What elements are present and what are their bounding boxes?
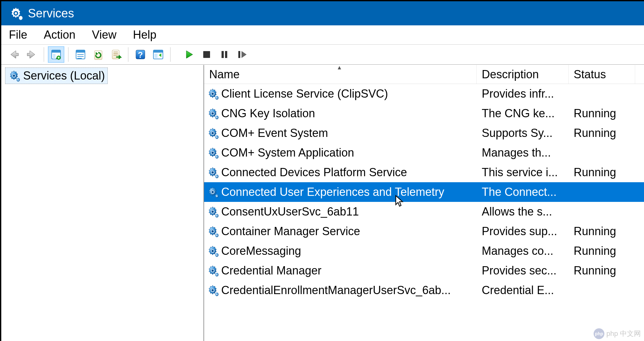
service-name: ConsentUxUserSvc_6ab11 xyxy=(221,205,359,218)
menu-action[interactable]: Action xyxy=(44,28,75,42)
gear-icon xyxy=(207,284,219,296)
gear-icon xyxy=(207,147,219,159)
gear-icon xyxy=(207,186,219,198)
body-panes: Services (Local) ▲ Name Description Stat… xyxy=(1,65,644,341)
service-name: Client License Service (ClipSVC) xyxy=(221,87,388,100)
service-row[interactable]: ConsentUxUserSvc_6ab11Allows the s... xyxy=(204,202,644,222)
gear-icon xyxy=(207,225,219,237)
toolbar-separator xyxy=(128,47,128,62)
toolbar-separator xyxy=(68,47,68,62)
show-hide-console-tree-button[interactable] xyxy=(48,46,64,63)
service-row[interactable]: CoreMessagingManages co...Running xyxy=(204,241,644,261)
stop-service-button[interactable] xyxy=(198,46,215,63)
service-row[interactable]: COM+ Event SystemSupports Sy...Running xyxy=(204,123,644,143)
column-header-description[interactable]: Description xyxy=(477,65,569,84)
service-status: Running xyxy=(569,264,635,277)
service-row[interactable]: Credential ManagerProvides sec...Running xyxy=(204,261,644,280)
menu-view[interactable]: View xyxy=(92,28,116,42)
gear-icon xyxy=(207,88,219,100)
back-button[interactable] xyxy=(6,46,22,63)
gear-icon xyxy=(8,70,20,82)
menu-file[interactable]: File xyxy=(9,28,27,42)
gear-icon xyxy=(207,206,219,218)
service-description: Manages co... xyxy=(477,244,569,258)
start-service-button[interactable] xyxy=(181,46,197,63)
service-description: Provides sup... xyxy=(477,225,569,238)
list-body: Client License Service (ClipSVC)Provides… xyxy=(204,84,644,341)
service-status: Running xyxy=(569,166,635,179)
gear-icon xyxy=(207,127,219,139)
service-row[interactable]: Connected Devices Platform ServiceThis s… xyxy=(204,163,644,182)
menu-help[interactable]: Help xyxy=(133,28,156,42)
service-status: Running xyxy=(569,107,635,120)
service-name: Container Manager Service xyxy=(221,225,360,238)
watermark: php php 中文网 xyxy=(594,328,641,339)
service-name: COM+ Event System xyxy=(221,126,328,140)
gear-icon xyxy=(207,265,219,277)
service-name: Connected User Experiences and Telemetry xyxy=(221,185,444,199)
properties-button[interactable] xyxy=(72,46,89,63)
service-name: CoreMessaging xyxy=(221,244,301,258)
service-name: CNG Key Isolation xyxy=(221,107,315,120)
service-name: Credential Manager xyxy=(221,264,321,277)
service-status: Running xyxy=(569,126,635,140)
pause-service-button[interactable] xyxy=(216,46,233,63)
service-description: The CNG ke... xyxy=(477,107,569,120)
tree-pane: Services (Local) xyxy=(1,65,204,341)
service-name: CredentialEnrollmentManagerUserSvc_6ab..… xyxy=(221,284,451,297)
service-description: This service i... xyxy=(477,166,569,179)
service-description: Credential E... xyxy=(477,284,569,297)
service-description: The Connect... xyxy=(477,185,569,199)
export-list-button[interactable] xyxy=(108,46,124,63)
refresh-button[interactable] xyxy=(90,46,106,63)
service-row[interactable]: Container Manager ServiceProvides sup...… xyxy=(204,222,644,241)
list-header: ▲ Name Description Status xyxy=(204,65,644,84)
service-row[interactable]: CNG Key IsolationThe CNG ke...Running xyxy=(204,104,644,123)
service-row[interactable]: Connected User Experiences and Telemetry… xyxy=(204,182,644,202)
sort-ascending-icon: ▲ xyxy=(337,64,342,71)
show-hide-action-pane-button[interactable] xyxy=(150,46,166,63)
service-name: Connected Devices Platform Service xyxy=(221,166,407,179)
gear-icon xyxy=(207,166,219,178)
app-icon xyxy=(9,6,23,20)
gear-icon xyxy=(207,245,219,257)
php-icon: php xyxy=(594,328,604,339)
service-description: Allows the s... xyxy=(477,205,569,218)
tree-item-label: Services (Local) xyxy=(23,69,105,82)
help-button[interactable] xyxy=(132,46,149,63)
service-description: Provides sec... xyxy=(477,264,569,277)
toolbar xyxy=(1,44,644,65)
service-row[interactable]: Client License Service (ClipSVC)Provides… xyxy=(204,84,644,104)
toolbar-separator xyxy=(170,47,171,62)
service-row[interactable]: CredentialEnrollmentManagerUserSvc_6ab..… xyxy=(204,280,644,300)
service-status: Running xyxy=(569,244,635,258)
service-description: Manages th... xyxy=(477,146,569,159)
service-status: Running xyxy=(569,225,635,238)
service-row[interactable]: COM+ System ApplicationManages th... xyxy=(204,143,644,163)
menubar: File Action View Help xyxy=(1,25,644,44)
service-name: COM+ System Application xyxy=(221,146,354,159)
list-pane: ▲ Name Description Status Client License… xyxy=(204,65,644,341)
tree-item-services-local[interactable]: Services (Local) xyxy=(5,68,108,84)
service-description: Supports Sy... xyxy=(477,126,569,140)
forward-button[interactable] xyxy=(23,46,40,63)
service-description: Provides infr... xyxy=(477,87,569,100)
window-title: Services xyxy=(28,7,74,20)
toolbar-separator xyxy=(44,47,44,62)
restart-service-button[interactable] xyxy=(234,46,250,63)
titlebar: Services xyxy=(1,1,644,25)
column-header-status[interactable]: Status xyxy=(569,65,635,84)
gear-icon xyxy=(207,107,219,119)
